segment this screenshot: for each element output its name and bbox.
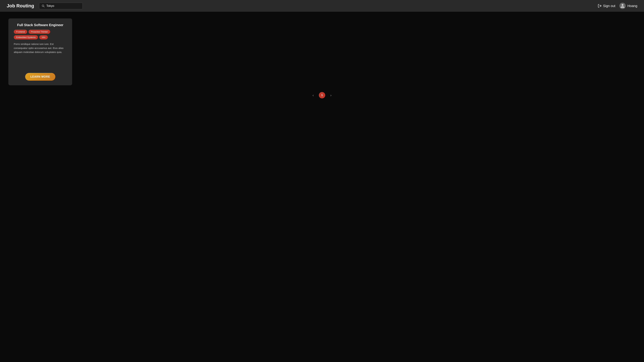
avatar bbox=[619, 3, 626, 9]
learn-more-button[interactable]: LEARN MORE bbox=[25, 73, 55, 81]
tag-frontend: Frontend bbox=[14, 30, 27, 34]
sign-out-label: Sign out bbox=[603, 4, 615, 8]
search-icon bbox=[42, 4, 44, 7]
job-card: Full Stack Software Engineer Frontend Pr… bbox=[8, 18, 72, 85]
svg-line-1 bbox=[44, 6, 44, 7]
prev-page-button[interactable]: ‹ bbox=[310, 92, 316, 98]
tag-embedded-systems: Embedded Systems bbox=[14, 35, 38, 39]
next-page-button[interactable]: › bbox=[328, 92, 334, 98]
search-container bbox=[39, 3, 83, 9]
pagination: ‹ 1 › bbox=[8, 92, 636, 98]
search-input[interactable] bbox=[46, 4, 80, 8]
username: Hoang bbox=[628, 4, 637, 8]
job-title: Full Stack Software Engineer bbox=[14, 23, 67, 27]
avatar-icon bbox=[620, 3, 625, 8]
main-content: Full Stack Software Engineer Frontend Pr… bbox=[0, 12, 644, 105]
sign-out-icon bbox=[598, 4, 602, 8]
header-right: Sign out Hoang bbox=[596, 3, 637, 9]
tags-container: Frontend Proactive Thinker Embedded Syst… bbox=[14, 30, 67, 39]
app-title: Job Routing bbox=[7, 3, 34, 8]
current-page-button[interactable]: 1 bbox=[319, 92, 325, 98]
job-description: Porro similique ratione iure iure. Est c… bbox=[14, 42, 67, 54]
tag-proactive-thinker: Proactive Thinker bbox=[28, 30, 50, 34]
header: Job Routing Sign out Hoang bbox=[0, 0, 644, 12]
sign-out-button[interactable]: Sign out bbox=[596, 3, 617, 8]
user-info: Hoang bbox=[619, 3, 637, 9]
tag-vim: Vim bbox=[39, 35, 48, 39]
card-spacer bbox=[14, 57, 67, 70]
